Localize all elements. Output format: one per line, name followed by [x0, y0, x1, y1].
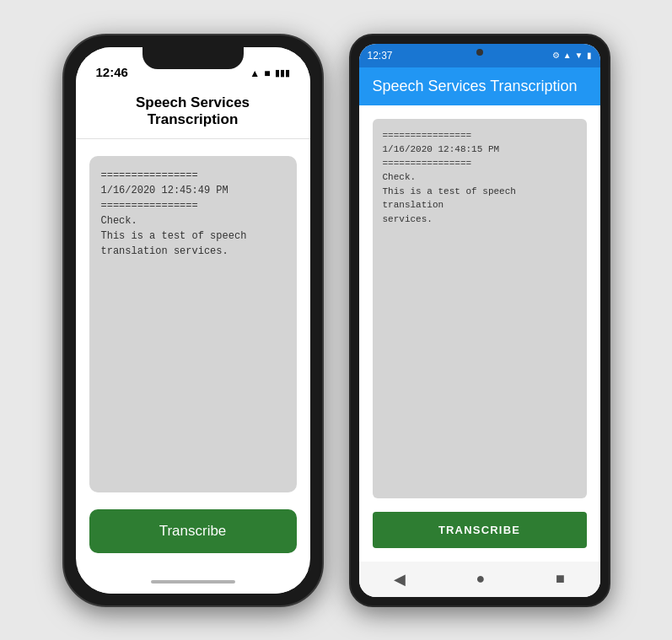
iphone-title: Speech Services Transcription — [136, 94, 250, 127]
android-transcript-box: ================ 1/16/2020 12:48:15 PM =… — [373, 119, 587, 498]
android-settings-icon: ⚙ — [552, 51, 560, 60]
android-content: ================ 1/16/2020 12:48:15 PM =… — [359, 105, 600, 562]
android-screen: 12:37 ⚙ ▲ ▼ ▮ Speech Services Transcript… — [359, 44, 600, 597]
iphone-time: 12:46 — [96, 65, 128, 79]
android-title: Speech Services Transcription — [373, 78, 578, 94]
android-battery-icon: ▮ — [587, 51, 592, 60]
iphone-status-icons: ▲ ■ ▮▮▮ — [250, 67, 289, 79]
android-time: 12:37 — [368, 50, 393, 62]
android-status-bar: 12:37 ⚙ ▲ ▼ ▮ — [359, 44, 600, 67]
android-recents-button[interactable]: ■ — [556, 570, 565, 588]
android-camera — [476, 49, 483, 56]
battery-icon: ▮▮▮ — [275, 67, 290, 78]
iphone-header: Speech Services Transcription — [76, 84, 310, 139]
wifi-icon: ▲ — [250, 67, 260, 79]
ios-transcript-box: ================ 1/16/2020 12:45:49 PM =… — [89, 156, 297, 492]
android-home-button[interactable]: ● — [476, 570, 486, 588]
android-toolbar: Speech Services Transcription — [359, 67, 600, 105]
android-transcript-text: ================ 1/16/2020 12:48:15 PM =… — [383, 129, 577, 227]
ios-transcribe-button[interactable]: Transcribe — [89, 509, 297, 553]
iphone-device: 12:46 ▲ ■ ▮▮▮ Speech Services Transcript… — [62, 34, 324, 607]
ios-transcript-text: ================ 1/16/2020 12:45:49 PM =… — [101, 168, 285, 259]
android-nav-bar: ◀ ● ■ — [359, 562, 600, 597]
android-status-icons: ⚙ ▲ ▼ ▮ — [552, 51, 592, 60]
android-transcribe-button[interactable]: TRANSCRIBE — [373, 512, 587, 548]
android-back-button[interactable]: ◀ — [394, 570, 406, 589]
iphone-content: ================ 1/16/2020 12:45:49 PM =… — [76, 139, 310, 570]
signal-icon: ■ — [264, 67, 270, 79]
android-signal-icon: ▲ — [563, 51, 572, 60]
iphone-screen: 12:46 ▲ ■ ▮▮▮ Speech Services Transcript… — [76, 47, 310, 594]
android-device: 12:37 ⚙ ▲ ▼ ▮ Speech Services Transcript… — [349, 34, 610, 607]
iphone-notch — [142, 47, 244, 69]
iphone-home-indicator — [76, 570, 310, 594]
home-bar — [151, 580, 235, 584]
android-wifi-icon: ▼ — [575, 51, 583, 60]
